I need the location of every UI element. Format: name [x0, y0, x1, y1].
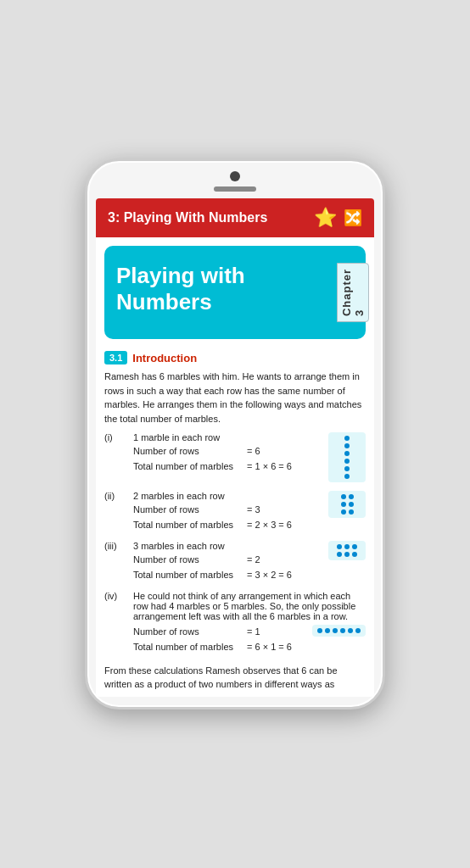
list-text-block-i: 1 marble in each row Number of rows = 6 … — [133, 432, 328, 474]
dot-pattern-ii — [328, 491, 366, 518]
phone-device: 3: Playing With Numbers ⭐ 🔀 Playing with… — [85, 159, 385, 709]
section-header: 3.1 Introduction — [104, 351, 366, 364]
list-line-rows-iii: Number of rows = 2 — [133, 553, 328, 568]
list-num-iv: (iv) — [104, 591, 128, 654]
list-num-iii: (iii) — [104, 541, 128, 582]
star-icon[interactable]: ⭐ — [314, 207, 337, 229]
list-line-total-iv: Total number of marbles = 6 × 1 = 6 — [133, 640, 312, 655]
share-icon[interactable]: 🔀 — [344, 209, 362, 227]
list-text-block-iv: Number of rows = 1 Total number of marbl… — [133, 625, 312, 654]
list-content-iv: He could not think of any arrangement in… — [133, 591, 366, 654]
list-row-ii: 2 marbles in each row Number of rows = 3… — [133, 491, 366, 532]
list-label-iv: He could not think of any arrangement in… — [133, 591, 366, 621]
dot-pattern-i — [328, 432, 366, 482]
section-badge: 3.1 — [104, 351, 127, 364]
phone-screen: 3: Playing With Numbers ⭐ 🔀 Playing with… — [96, 198, 374, 697]
top-bar: 3: Playing With Numbers ⭐ 🔀 — [96, 198, 374, 237]
list-item-iv: (iv) He could not think of any arrangeme… — [104, 591, 366, 654]
list-text-block-iii: 3 marbles in each row Number of rows = 2… — [133, 541, 328, 582]
list-line-total-ii: Total number of marbles = 2 × 3 = 6 — [133, 518, 328, 533]
list-line-rows-ii: Number of rows = 3 — [133, 503, 328, 518]
list-item-ii: (ii) 2 marbles in each row Number of row… — [104, 491, 366, 532]
phone-speaker — [214, 186, 256, 192]
dot-pattern-iii — [328, 541, 366, 560]
list-row-iv: Number of rows = 1 Total number of marbl… — [133, 625, 366, 654]
chapter-banner: Playing with Numbers — [104, 246, 366, 339]
list-label-iii: 3 marbles in each row — [133, 541, 328, 551]
list-line-rows-i: Number of rows = 6 — [133, 444, 328, 459]
list-num-i: (i) — [104, 432, 128, 482]
list-label-ii: 2 marbles in each row — [133, 491, 328, 501]
dot-pattern-iv — [312, 625, 366, 637]
list-row-i: 1 marble in each row Number of rows = 6 … — [133, 432, 366, 482]
list-content-ii: 2 marbles in each row Number of rows = 3… — [133, 491, 366, 532]
intro-text: Ramesh has 6 marbles with him. He wants … — [104, 370, 366, 426]
conclusion-text: From these calculations Ramesh observes … — [104, 664, 366, 692]
list-text-block-ii: 2 marbles in each row Number of rows = 3… — [133, 491, 328, 532]
top-bar-icons: ⭐ 🔀 — [314, 207, 362, 229]
list-content-i: 1 marble in each row Number of rows = 6 … — [133, 432, 366, 482]
chapter-label: Chapter 3 — [337, 263, 369, 322]
chapter-banner-wrapper: Playing with Numbers Chapter 3 — [104, 246, 366, 339]
list-content-iii: 3 marbles in each row Number of rows = 2… — [133, 541, 366, 582]
phone-camera — [230, 171, 240, 181]
chapter-banner-title: Playing with Numbers — [116, 263, 245, 315]
list-num-ii: (ii) — [104, 491, 128, 532]
list-item: (i) 1 marble in each row Number of rows … — [104, 432, 366, 482]
list-label-i: 1 marble in each row — [133, 432, 328, 442]
list-item-iii: (iii) 3 marbles in each row Number of ro… — [104, 541, 366, 582]
top-bar-title: 3: Playing With Numbers — [108, 210, 267, 225]
content-area[interactable]: Playing with Numbers Chapter 3 3.1 Intro… — [96, 237, 374, 697]
list-row-iii: 3 marbles in each row Number of rows = 2… — [133, 541, 366, 582]
list-line-total-iii: Total number of marbles = 3 × 2 = 6 — [133, 568, 328, 583]
list-line-rows-iv: Number of rows = 1 — [133, 625, 312, 640]
list-line-total-i: Total number of marbles = 1 × 6 = 6 — [133, 459, 328, 475]
section-title: Introduction — [132, 352, 197, 364]
